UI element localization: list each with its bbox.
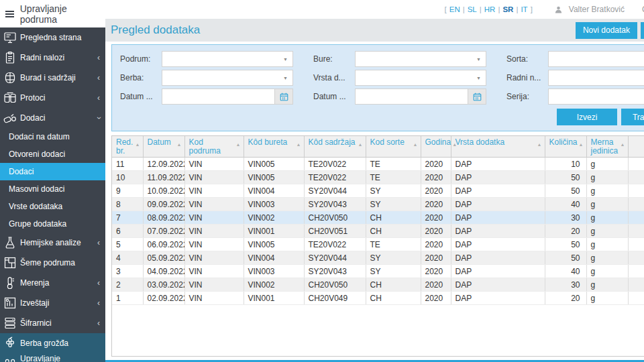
column-header-settings[interactable]: ⚙ [628, 136, 644, 158]
filter-label: Radni n... [506, 73, 548, 82]
lang-link-sl[interactable]: SL [468, 5, 477, 13]
cell-k-d-sadr-aja: SY20V043 [304, 265, 366, 278]
lang-link-hr[interactable]: HR [484, 5, 496, 13]
table-row[interactable]: 809.09.2022VINVIN003SY20V043SY2020DAP40g [112, 198, 644, 211]
cell-kod-podruma: VIN [184, 278, 244, 292]
sidebar-item-merenja[interactable]: Merenja‹ [0, 273, 105, 293]
cell-datum: 09.09.2022 [143, 198, 184, 211]
datum-od-calendar-button[interactable] [275, 88, 293, 105]
table-row[interactable]: 203.09.2022VINVIN002CH20V050CH2020DAP30g [112, 278, 644, 292]
cell-datum: 05.09.2022 [143, 251, 184, 265]
export-button[interactable]: Izvezi [557, 109, 617, 125]
new-addition-button[interactable]: Novi dodatak [576, 22, 637, 39]
lang-link-sr[interactable]: SR [502, 5, 513, 13]
sidebar-item-radni-nalozi[interactable]: Radni nalozi‹ [0, 48, 105, 68]
sidebar-item-berba-gro-a[interactable]: Berba grožđa [0, 333, 105, 353]
sidebar-item-label: Burad i sadržaji [20, 73, 92, 82]
datum-od-input[interactable] [162, 88, 275, 105]
user-name: Valter Bratković [569, 5, 625, 14]
column-header-merna-jedinica[interactable]: Merna jedinica▲ [586, 136, 628, 158]
cell-merna-jedinica: g [586, 198, 628, 211]
sidebar-item-eme-podruma[interactable]: Šeme podruma [0, 253, 105, 273]
hamburger-menu-icon[interactable] [0, 11, 17, 17]
sorta-select[interactable]: ▼ [548, 51, 644, 67]
language-switcher: [EN|SL|HR|SR|IT] [445, 5, 533, 13]
filter-field-datum-do: Datum ... [313, 88, 486, 105]
table-row[interactable]: 506.09.2022VINVIN005TE20V022TE2020DAP50g [112, 238, 644, 251]
table-row[interactable]: 102.09.2022VINVIN001CH20V049CH2020DAP20g [112, 292, 644, 305]
lang-link-en[interactable]: EN [449, 5, 460, 13]
sidebar-subitem-masovni-dodaci[interactable]: Masovni dodaci [0, 180, 105, 198]
additions-table: Red. br.▲Datum▲Kod podruma▲Kôd bureta▲Kô… [112, 136, 644, 305]
column-header-kod-podruma[interactable]: Kod podruma▲ [184, 136, 244, 158]
sidebar-subitem-dodaci[interactable]: Dodaci [0, 163, 105, 180]
cell-merna-jedinica: g [586, 171, 628, 184]
cell-merna-jedinica: g [586, 211, 628, 225]
user-icon [554, 5, 563, 14]
cell-vrsta-dodatka: DAP [451, 225, 545, 238]
cell-red-br: 11 [112, 158, 143, 171]
cell-select [628, 171, 644, 184]
sidebar-item-hemijske-analize[interactable]: Hemijske analize‹ [0, 233, 105, 253]
column-header-k-d-sadr-aja[interactable]: Kôd sadržaja▲ [304, 136, 366, 158]
table-row[interactable]: 304.09.2022VINVIN003SY20V043SY2020DAP40g [112, 265, 644, 278]
sidebar-item-burad-i-sadr-aji[interactable]: Burad i sadržaji‹ [0, 68, 105, 88]
datum-do-calendar-button[interactable] [468, 88, 486, 105]
datum-do-input[interactable] [355, 88, 468, 105]
cell-red-br: 10 [112, 171, 143, 184]
cell-kod-sorte: SY [366, 251, 421, 265]
sort-arrow-icon: ▲ [537, 140, 542, 149]
table-row[interactable]: 910.09.2022VINVIN004SY20V044SY2020DAP50g [112, 184, 644, 198]
berba-select[interactable]: ▼ [162, 70, 293, 86]
lang-link-it[interactable]: IT [521, 5, 527, 13]
cell-godina: 2020 [421, 265, 451, 278]
vrsta-dodatka-select[interactable]: ▼ [355, 70, 486, 86]
cell-k-d-sadr-aja: CH20V050 [304, 211, 366, 225]
cell-merna-jedinica: g [586, 278, 628, 292]
search-button[interactable]: Traži [621, 109, 644, 125]
chevron-down-icon: ‹ [94, 111, 103, 125]
sidebar-item-protoci[interactable]: Protoci‹ [0, 88, 105, 108]
sidebar-item-label: Dodaci [20, 113, 92, 123]
column-header-godina[interactable]: Godina▲ [421, 136, 451, 158]
sidebar-subitem-grupe-dodataka[interactable]: Grupe dodataka [0, 215, 105, 233]
sidebar-item-izve-taji[interactable]: Izveštaji‹ [0, 293, 105, 313]
cell-kod-podruma: VIN [184, 225, 244, 238]
cell-k-d-sadr-aja: CH20V051 [304, 225, 366, 238]
sidebar-item-dodaci[interactable]: Dodaci‹ [0, 108, 105, 128]
sidebar-subitem-vrste-dodataka[interactable]: Vrste dodataka [0, 198, 105, 215]
sidebar-item-label: Izveštaji [20, 298, 92, 308]
serija-input[interactable] [548, 88, 644, 105]
table-row[interactable]: 1011.09.2022VINVIN005TE20V022TE2020DAP50… [112, 171, 644, 184]
cell-kod-sorte: TE [366, 238, 421, 251]
column-header-kod-sorte[interactable]: Kod sorte▲ [366, 136, 421, 158]
cell-koli-ina: 10 [545, 158, 586, 171]
filter-label: Bure: [313, 54, 355, 64]
sidebar-item-ifrarnici[interactable]: Šifrarnici‹ [0, 313, 105, 333]
cell-select [628, 238, 644, 251]
cell-select [628, 292, 644, 305]
sidebar-item-pregledna-strana[interactable]: Pregledna strana [0, 27, 105, 48]
cell-kod-sorte: SY [366, 265, 421, 278]
table-row[interactable]: 607.09.2022VINVIN001CH20V051CH2020DAP20g [112, 225, 644, 238]
column-header-red-br[interactable]: Red. br.▲ [112, 136, 143, 158]
cell-k-d-bureta: VIN003 [244, 265, 304, 278]
bure-select[interactable]: ▼ [355, 51, 486, 67]
column-header-datum[interactable]: Datum▲ [143, 136, 184, 158]
table-row[interactable]: 405.09.2022VINVIN004SY20V044SY2020DAP50g [112, 251, 644, 265]
filter-toggle-button[interactable] [641, 22, 644, 39]
sidebar-item-upravljanje-vinogradima[interactable]: Upravljanje vinogradima [0, 353, 105, 362]
main-area: [EN|SL|HR|SR|IT] Valter Bratković Odjava… [105, 0, 644, 362]
title-band: Pregled dodataka Novi dodatak [105, 19, 644, 42]
column-header-vrsta-dodatka[interactable]: Vrsta dodatka▲ [451, 136, 545, 158]
cell-red-br: 5 [112, 238, 143, 251]
additions-table-container: Red. br.▲Datum▲Kod podruma▲Kôd bureta▲Kô… [111, 135, 644, 357]
podrum-select[interactable]: ▼ [162, 51, 293, 67]
sidebar-subitem-dodaci-na-datum[interactable]: Dodaci na datum [0, 128, 105, 145]
column-header-k-d-bureta[interactable]: Kôd bureta▲ [244, 136, 304, 158]
sidebar-subitem-otvoreni-dodaci[interactable]: Otvoreni dodaci [0, 145, 105, 163]
table-row[interactable]: 708.09.2022VINVIN002CH20V050CH2020DAP30g [112, 211, 644, 225]
column-header-koli-ina[interactable]: Količina▲ [545, 136, 586, 158]
table-row[interactable]: 1112.09.2022VINVIN005TE20V022TE2020DAP10… [112, 158, 644, 171]
radni-nalog-select[interactable]: ▼ [548, 70, 644, 86]
